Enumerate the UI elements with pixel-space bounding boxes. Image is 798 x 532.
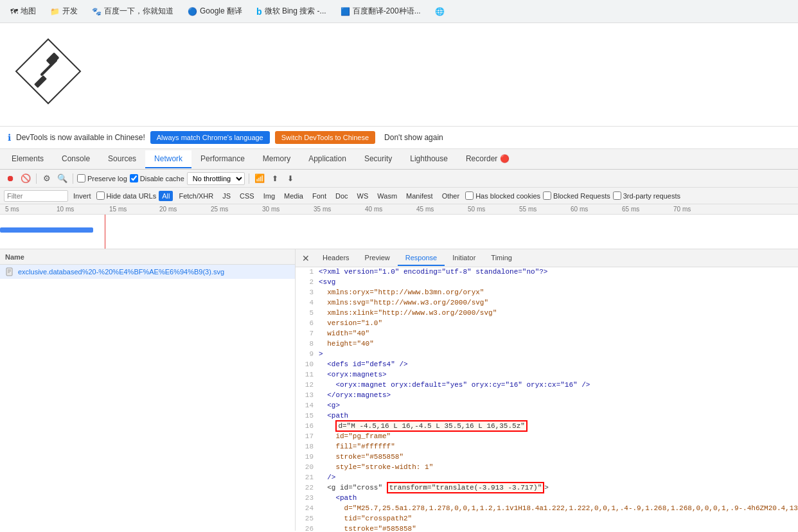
bookmark-globe[interactable]: 🌐 [430, 4, 450, 19]
filter-manifest[interactable]: Manifest [403, 191, 436, 201]
tab-response[interactable]: Response [398, 251, 445, 266]
tab-performance[interactable]: Performance [191, 150, 254, 168]
code-line: 26 tstroke="#585858" [296, 524, 798, 531]
preserve-log-label[interactable]: Preserve log [77, 174, 127, 182]
tab-elements[interactable]: Elements [3, 150, 53, 168]
filter-wasm[interactable]: Wasm [374, 191, 400, 201]
record-button[interactable]: ⏺ [4, 172, 17, 185]
bookmark-label: Google 翻译 [200, 6, 242, 17]
line-number: 4 [296, 299, 319, 306]
upload-icon[interactable]: ⬆ [269, 172, 281, 185]
request-name: exclusive.databased%20-%20%E4%BF%AE%E6%9… [18, 268, 224, 276]
filter-input[interactable] [4, 190, 68, 202]
bookmarks-bar: 🗺 地图 📁 开发 🐾 百度一下，你就知道 🔵 Google 翻译 b 微软 B… [0, 0, 798, 23]
close-panel-button[interactable]: ✕ [299, 252, 312, 265]
code-line: 16 d="M -4.5,16 L 16,-4.5 L 35.5,16 L 16… [296, 421, 798, 432]
clear-button[interactable]: 🚫 [19, 172, 32, 185]
download-icon[interactable]: ⬇ [284, 172, 297, 185]
search-button[interactable]: 🔍 [56, 172, 69, 185]
tab-network[interactable]: Network [145, 150, 191, 168]
code-line: 4 xmlns:svg="http://www.w3.org/2000/svg" [296, 298, 798, 308]
line-content: <oryx:magnet oryx:default="yes" oryx:cy=… [319, 381, 798, 389]
dont-show-button[interactable]: Don't show again [380, 130, 447, 145]
line-number: 3 [296, 288, 319, 296]
filter-toggle[interactable]: ⚙ [40, 172, 53, 185]
highlight-box2: transform="translate(-3.913 -3.717)" [387, 482, 545, 493]
filter-other[interactable]: Other [439, 191, 463, 201]
filter-ws[interactable]: WS [354, 191, 372, 201]
line-content: <defs id="defs4" /> [319, 360, 798, 368]
preserve-log-checkbox[interactable] [77, 174, 85, 182]
tab-preview[interactable]: Preview [357, 251, 398, 266]
tab-timing[interactable]: Timing [483, 251, 520, 266]
disable-cache-label[interactable]: Disable cache [130, 174, 184, 182]
bookmark-map[interactable]: 🗺 地图 [5, 3, 41, 19]
line-content: width="40" [319, 330, 798, 337]
folder-icon: 📁 [50, 7, 60, 16]
code-viewer[interactable]: 1<?xml version="1.0" encoding="utf-8" st… [296, 267, 798, 531]
bookmark-baidu-translate[interactable]: 🟦 百度翻译-200种语... [335, 3, 426, 19]
ruler-mark-10: 10 ms [57, 206, 74, 213]
line-number: 25 [296, 515, 319, 522]
third-party-checkbox[interactable] [613, 191, 621, 200]
bookmark-dev[interactable]: 📁 开发 [45, 3, 83, 19]
tab-memory[interactable]: Memory [254, 150, 299, 168]
line-content: > [319, 350, 798, 358]
tab-initiator[interactable]: Initiator [445, 251, 483, 266]
info-icon: ℹ [8, 132, 11, 143]
line-content: </oryx:magnets> [319, 391, 798, 399]
ruler-mark-25: 25 ms [211, 206, 228, 213]
code-line: 22 <g id="cross" transform="translate(-3… [296, 483, 798, 493]
wifi-button[interactable]: 📶 [253, 172, 266, 185]
filter-js[interactable]: JS [219, 191, 234, 201]
line-content: <?xml version="1.0" encoding="utf-8" sta… [319, 268, 798, 276]
hide-data-urls-checkbox[interactable] [96, 191, 105, 200]
has-blocked-cookies-label[interactable]: Has blocked cookies [465, 191, 540, 200]
has-blocked-cookies-checkbox[interactable] [465, 191, 474, 200]
timeline-area[interactable]: 5 ms 10 ms 15 ms 20 ms 25 ms 30 ms 35 ms… [0, 204, 798, 249]
filter-media[interactable]: Media [281, 191, 306, 201]
devtools-notification: ℹ DevTools is now available in Chinese! … [0, 126, 798, 149]
code-line: 8 height="40" [296, 339, 798, 350]
line-content: xmlns:svg="http://www.w3.org/2000/svg" [319, 299, 798, 306]
line-content: xmlns:oryx="http://www.b3mn.org/oryx" [319, 288, 798, 296]
bookmark-bing[interactable]: b 微软 Bing 搜索 -... [251, 3, 332, 19]
request-item[interactable]: exclusive.databased%20-%20%E4%BF%AE%E6%9… [0, 265, 295, 279]
bookmark-baidu[interactable]: 🐾 百度一下，你就知道 [87, 3, 179, 19]
line-content: id="pg_frame" [319, 432, 798, 440]
tab-lighthouse[interactable]: Lighthouse [401, 150, 457, 168]
ruler-mark-30: 30 ms [262, 206, 279, 213]
code-line: 6 version="1.0" [296, 319, 798, 329]
filter-doc[interactable]: Doc [332, 191, 351, 201]
ruler-mark-70: 70 ms [673, 206, 691, 213]
tab-security[interactable]: Security [355, 150, 401, 168]
third-party-label[interactable]: 3rd-party requests [613, 191, 680, 200]
filter-font[interactable]: Font [309, 191, 330, 201]
filter-all[interactable]: All [159, 191, 173, 201]
line-number: 19 [296, 453, 319, 461]
bookmark-google-translate[interactable]: 🔵 Google 翻译 [182, 3, 247, 19]
blocked-requests-checkbox[interactable] [543, 191, 551, 200]
network-toolbar: ⏺ 🚫 ⚙ 🔍 Preserve log Disable cache No th… [0, 170, 798, 188]
filter-css[interactable]: CSS [236, 191, 258, 201]
tab-sources[interactable]: Sources [99, 150, 145, 168]
disable-cache-checkbox[interactable] [130, 174, 138, 182]
line-content: d="M -4.5,16 L 16,-4.5 L 35.5,16 L 16,35… [319, 422, 798, 430]
match-language-button[interactable]: Always match Chrome's language [150, 131, 270, 144]
filter-fetch[interactable]: Fetch/XHR [175, 191, 217, 201]
tab-application[interactable]: Application [299, 150, 355, 168]
ruler-mark-65: 65 ms [622, 206, 639, 213]
tab-recorder[interactable]: Recorder 🔴 [457, 150, 519, 168]
throttle-select[interactable]: No throttling [187, 172, 245, 185]
invert-button[interactable]: Invert [71, 191, 94, 200]
code-line: 2<svg [296, 278, 798, 288]
code-line: 3 xmlns:oryx="http://www.b3mn.org/oryx" [296, 288, 798, 298]
switch-devtools-button[interactable]: Switch DevTools to Chinese [275, 131, 375, 144]
tab-headers[interactable]: Headers [315, 251, 357, 266]
ruler-mark-60: 60 ms [571, 206, 588, 213]
blocked-requests-label[interactable]: Blocked Requests [543, 191, 610, 200]
hide-data-urls-label[interactable]: Hide data URLs [96, 191, 157, 200]
separator2 [73, 173, 73, 184]
tab-console[interactable]: Console [53, 150, 99, 168]
filter-img[interactable]: Img [260, 191, 278, 201]
